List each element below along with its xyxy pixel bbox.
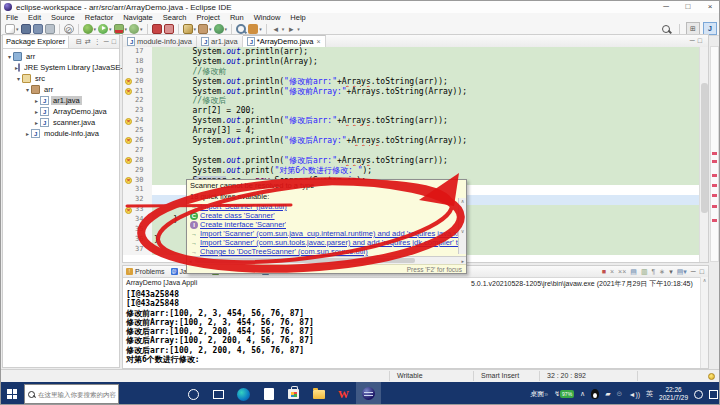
code-text[interactable]: //修改后 (152, 96, 699, 106)
dropdown-arrow-icon[interactable]: ▾ (109, 26, 112, 32)
toolbar-open-type-button[interactable]: ▾ (248, 23, 262, 35)
expander-icon[interactable]: ▸ (24, 130, 31, 137)
qq-penguin-icon[interactable] (591, 389, 599, 399)
toolbar-stop-button[interactable] (152, 23, 162, 35)
toolbar-forward-button[interactable]: ▸▾ (286, 23, 300, 35)
pin-console-icon[interactable]: ∗ (659, 266, 665, 277)
scroll-lock-icon[interactable]: ▥ (641, 266, 648, 277)
ime-indicator[interactable]: 英 (646, 389, 653, 399)
maximize-icon[interactable]: □ (112, 36, 116, 48)
file-explorer-taskbar-button[interactable] (306, 382, 331, 405)
code-text[interactable]: System.out.println(arr); (152, 47, 699, 57)
action-center-icon[interactable] (709, 390, 718, 399)
dropdown-arrow-icon[interactable]: ▾ (209, 26, 212, 32)
console-scrollbar[interactable]: ∧ (700, 277, 708, 368)
dropdown-arrow-icon[interactable]: ▾ (259, 26, 262, 32)
display-selected-console-icon[interactable]: ▾ (669, 266, 673, 277)
dropdown-arrow-icon[interactable]: ▾ (282, 26, 285, 32)
toolbar-save-all-button[interactable] (33, 23, 43, 35)
code-text[interactable]: System.out.println("修改后arr:"+Arrays.toSt… (152, 116, 699, 126)
quickfix-item-import-scanner-ja[interactable]: →Import 'Scanner' (java.util) (190, 202, 466, 211)
dropdown-arrow-icon[interactable]: ▾ (297, 26, 300, 32)
tree-item-arraydemo-java[interactable]: ▸ArrayDemo.java (3, 106, 119, 117)
code-text[interactable] (152, 146, 699, 156)
toolbar-debug-button[interactable]: ▾ (83, 23, 97, 35)
taskbar-search-box[interactable] (24, 384, 119, 404)
toolbar-new-package-button[interactable]: ▾ (198, 23, 212, 35)
code-text[interactable]: Array[3] = 4; (152, 126, 699, 136)
tray-expand-icon[interactable]: ∧ (580, 390, 585, 398)
link-with-editor-icon[interactable]: ⇄ (85, 36, 91, 48)
minimize-icon[interactable]: ─ (104, 36, 109, 48)
expander-icon[interactable]: ▾ (24, 86, 31, 93)
remove-launch-icon[interactable]: × (610, 266, 614, 277)
toolbar-run-external-tools-button[interactable]: ▾ (129, 23, 143, 35)
menu-search[interactable]: Search (158, 13, 192, 22)
maximize-icon[interactable]: □ (677, 1, 699, 13)
menu-file[interactable]: File (1, 13, 23, 22)
tree-item-src[interactable]: ▾src (3, 73, 119, 84)
code-text[interactable]: System.out.print("对第6个数进行修改: "); (152, 166, 699, 176)
expander-icon[interactable]: ▾ (15, 75, 22, 82)
menu-project[interactable]: Project (192, 13, 225, 22)
maximize-icon[interactable]: □ (700, 266, 704, 277)
tab-problems[interactable]: !Problems (123, 266, 168, 277)
editor-tab-module-info-java[interactable]: module-info.java (123, 36, 197, 47)
expander-icon[interactable]: ▸ (33, 108, 40, 115)
code-text[interactable]: System.out.println("修改前arr:"+Arrays.toSt… (152, 77, 699, 87)
battery-indicator[interactable]: 97% (560, 390, 574, 398)
dropdown-arrow-icon[interactable]: ▾ (16, 26, 19, 32)
toolbar-run-button[interactable]: ▾ (98, 23, 112, 35)
toolbar-print-button[interactable] (45, 23, 55, 35)
tab-package-explorer[interactable]: Package Explorer (3, 36, 69, 48)
code-text[interactable]: System.out.println("修改后arr:"+Arrays.toSt… (152, 156, 699, 166)
dropdown-arrow-icon[interactable]: ▾ (194, 26, 197, 32)
menu-refactor[interactable]: Refactor (80, 13, 118, 22)
code-text[interactable]: System.out.println("修改后Array:"+Arrays.to… (152, 136, 699, 146)
open-console-icon[interactable]: ▤▾ (677, 266, 687, 277)
remove-all-launches-icon[interactable]: ×× (618, 266, 626, 277)
code-text[interactable]: System.out.println(Array); (152, 57, 699, 67)
wallet-icon[interactable]: ▰ (605, 390, 610, 398)
toolbar-new-button[interactable]: ▾ (5, 23, 19, 35)
close-icon[interactable]: × (699, 1, 720, 13)
dropdown-arrow-icon[interactable]: ▾ (125, 26, 128, 32)
toolbar-coverage-button[interactable]: ▾ (114, 23, 128, 35)
editor-tab-ar1-java[interactable]: ar1.java (197, 36, 243, 47)
dropdown-arrow-icon[interactable]: ▾ (225, 26, 228, 32)
toolbar-new-java-project-button[interactable]: ▾ (183, 23, 197, 35)
quickfix-item-import-scanner-co[interactable]: →Import 'Scanner' (com.sun.java_cup.inte… (190, 229, 466, 238)
tree-item-arr[interactable]: ▾arr (3, 51, 119, 62)
tree-item-jre-system-library-javase-16[interactable]: ▸JRE System Library [JavaSE-16] (3, 62, 119, 73)
dropdown-arrow-icon[interactable]: ▾ (140, 26, 143, 32)
store-taskbar-button[interactable] (281, 382, 306, 405)
quickfix-item-create-interface-sc[interactable]: ICreate interface 'Scanner' (190, 220, 466, 229)
wps-taskbar-button[interactable]: W (331, 382, 356, 405)
cortana-taskbar-button[interactable] (181, 382, 206, 405)
maximize-icon[interactable]: □ (698, 35, 702, 47)
volume-icon[interactable]: ◄)) (628, 391, 640, 398)
menu-navigate[interactable]: Navigate (118, 13, 158, 22)
menu-window[interactable]: Window (249, 13, 286, 22)
menu-run[interactable]: Run (225, 13, 249, 22)
toolbar-save-button[interactable] (21, 23, 31, 35)
menu-help[interactable]: Help (285, 13, 310, 22)
close-icon[interactable]: × (316, 36, 320, 47)
toolbar-back-button[interactable]: ◂▾ (271, 23, 285, 35)
network-icon[interactable]: ⊝ (617, 390, 623, 398)
editor-tab-arraydemo-java[interactable]: *ArrayDemo.java× (243, 35, 326, 47)
start-button[interactable] (1, 382, 23, 405)
toolbar-relaunch-button[interactable] (164, 23, 174, 35)
view-menu-icon[interactable]: ⋮ (94, 36, 101, 48)
search-input[interactable] (38, 391, 118, 398)
minimize-icon[interactable]: ─ (655, 1, 677, 13)
quickfix-item-change-to-doctreesc[interactable]: →Change to 'DocTreeScanner' (com.sun.sou… (190, 247, 466, 256)
tree-item-module-info-java[interactable]: ▸module-info.java (3, 128, 119, 139)
search-icon[interactable] (662, 25, 670, 33)
popup-hscrollbar[interactable]: ◂▸ (187, 256, 466, 264)
scrollbar-thumb[interactable] (701, 83, 708, 213)
quickfix-item-import-scanner-co[interactable]: →Import 'Scanner' (com.sun.tools.javac.p… (190, 238, 466, 247)
code-text[interactable]: System.out.println("修改前Array:"+Arrays.to… (152, 87, 699, 97)
toolbar-new-class-button[interactable]: ▾ (214, 23, 228, 35)
menu-edit[interactable]: Edit (23, 13, 46, 22)
